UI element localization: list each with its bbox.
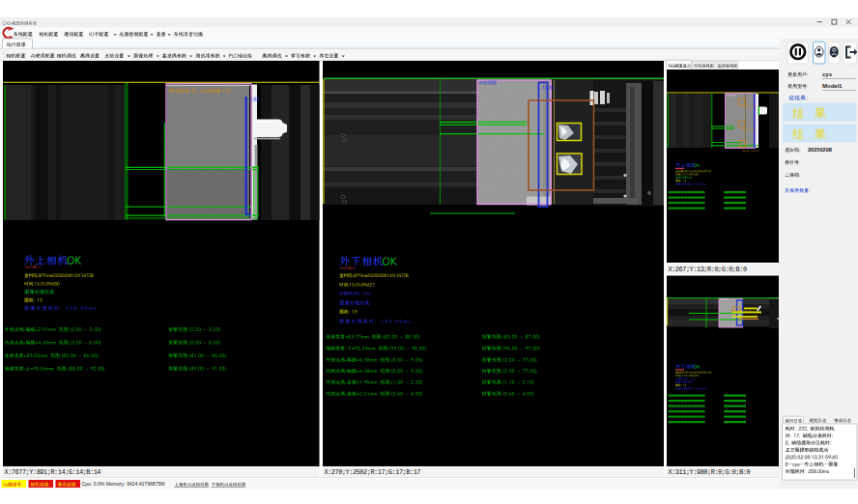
svg-text:20250208: 20250208	[808, 147, 832, 153]
svg-text:Model1: Model1	[822, 83, 843, 89]
svg-text:X:311;Y:980;R:0;G:0;B:0: X:311;Y:980;R:0;G:0;B:0	[669, 468, 751, 476]
svg-text:X:267;Y:13;R:0;G:0;B:0: X:267;Y:13;R:0;G:0;B:0	[669, 266, 747, 273]
svg-text:X:7677;Y:891;R:14;G:14;B:14: X:7677;Y:891;R:14;G:14;B:14	[5, 468, 101, 476]
svg-text:Cpu: 0.0% Memory: 3424.4179687: Cpu: 0.0% Memory: 3424.41796875M	[82, 481, 165, 487]
svg-text:cys: cys	[822, 71, 833, 77]
svg-text:X:270;Y:2502;R:17;G:17;B:17: X:270;Y:2502;R:17;G:17;B:17	[325, 468, 421, 476]
